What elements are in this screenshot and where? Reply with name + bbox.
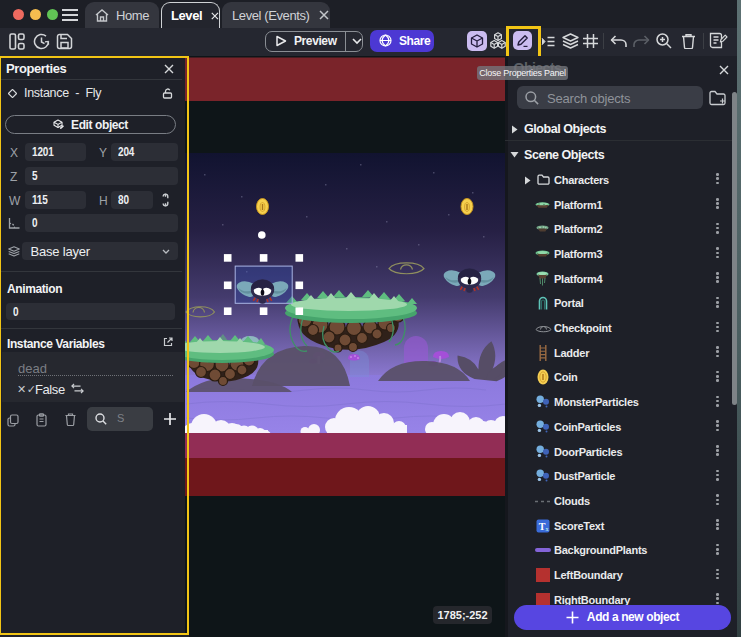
svg-text:1785;-252: 1785;-252: [437, 609, 487, 621]
